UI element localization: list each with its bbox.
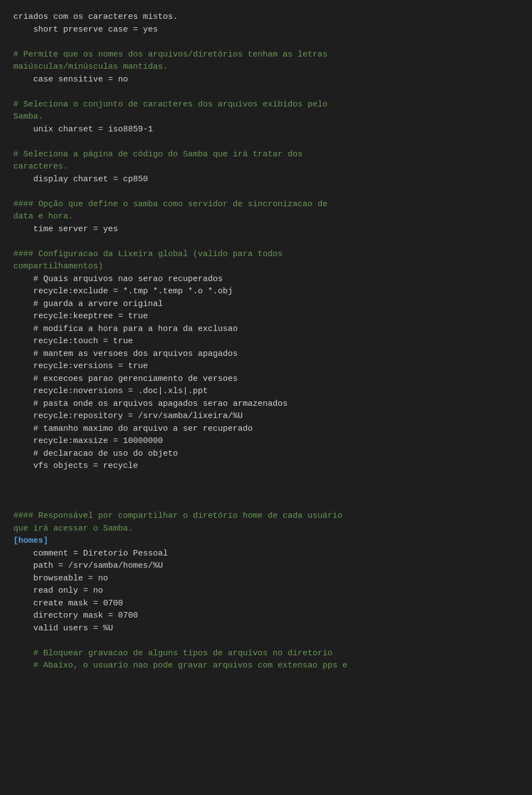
code-line: short preserve case = yes: [13, 25, 158, 34]
code-line: data e hora.: [13, 212, 73, 221]
code-line: time server = yes: [13, 225, 118, 234]
code-line: que irá acessar o Samba.: [13, 524, 133, 533]
code-line: # Bloquear gravacao de alguns tipos de a…: [13, 649, 332, 658]
code-line: vfs objects = recycle: [13, 461, 138, 471]
code-line: # pasta onde os arquivos apagados serao …: [13, 399, 288, 409]
code-line: read only = no: [13, 586, 103, 595]
code-line: browseable = no: [13, 574, 108, 583]
code-line: recycle:keeptree = true: [13, 312, 148, 321]
code-line: create mask = 0700: [13, 599, 123, 608]
code-line: # modifica a hora para a hora da exclusa…: [13, 324, 238, 334]
code-line: #### Responsável por compartilhar o dire…: [13, 511, 342, 521]
code-line: # guarda a arvore original: [13, 299, 163, 309]
code-line: # tamanho maximo do arquivo a ser recupe…: [13, 424, 253, 434]
code-line: # declaracao de uso do objeto: [13, 449, 178, 458]
code-line: # Seleciona a página de código do Samba …: [13, 150, 303, 159]
code-line: path = /srv/samba/homes/%U: [13, 561, 163, 570]
code-line: Samba.: [13, 112, 43, 121]
code-line: maiúsculas/minúsculas mantidas.: [13, 62, 168, 72]
code-line: # Quais arquivos nao serao recuperados: [13, 274, 223, 284]
code-line: # excecoes parao gerenciamento de versoe…: [13, 374, 238, 384]
code-line: directory mask = 0700: [13, 611, 138, 620]
code-line: display charset = cp850: [13, 175, 148, 184]
code-line: #### Opção que define o samba como servi…: [13, 200, 328, 209]
code-line: [homes]: [13, 536, 48, 546]
code-line: unix charset = iso8859-1: [13, 125, 153, 134]
code-line: # mantem as versoes dos arquivos apagado…: [13, 349, 238, 359]
code-line: criados com os caracteres mistos.: [13, 12, 178, 22]
code-line: recycle:versions = true: [13, 361, 148, 371]
code-line: recycle:exclude = *.tmp *.temp *.o *.obj: [13, 287, 233, 296]
code-line: recycle:maxsize = 10000000: [13, 436, 163, 446]
code-line: # Permite que os nomes dos arquivos/dire…: [13, 50, 328, 59]
code-line: compartilhamentos): [13, 262, 103, 271]
code-line: # Abaixo, o usuario nao pode gravar arqu…: [13, 661, 347, 670]
code-line: recycle:repository = /srv/samba/lixeira/…: [13, 411, 243, 421]
code-line: recycle:noversions = .doc|.xls|.ppt: [13, 386, 208, 396]
code-line: recycle:touch = true: [13, 337, 133, 346]
code-line: case sensitive = no: [13, 75, 128, 84]
code-line: #### Configuracao da Lixeira global (val…: [13, 249, 283, 259]
code-content: criados com os caracteres mistos. short …: [13, 11, 519, 672]
code-line: valid users = %U: [13, 624, 113, 633]
code-line: comment = Diretorio Pessoal: [13, 549, 168, 558]
code-line: caracteres.: [13, 162, 68, 171]
code-line: # Seleciona o conjunto de caracteres dos…: [13, 100, 328, 109]
